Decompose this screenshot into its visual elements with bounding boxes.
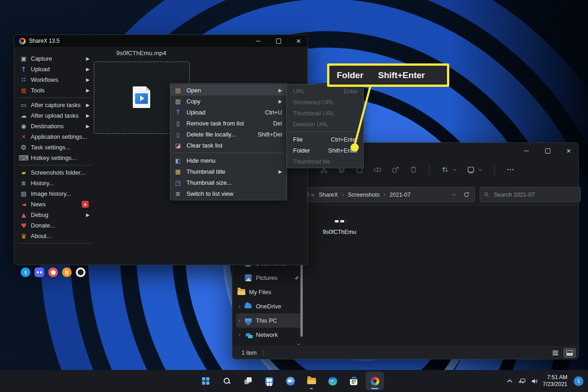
pc-icon	[245, 318, 252, 323]
submenu-item[interactable]: Shortened URL	[287, 97, 363, 108]
chevron-right-icon[interactable]	[237, 333, 242, 337]
taskbar-button[interactable]	[218, 372, 236, 390]
toolbar-button[interactable]	[390, 165, 401, 174]
submenu-item[interactable]: File Ctrl+Enter	[287, 134, 363, 145]
taskbar-button[interactable]	[302, 372, 321, 390]
sidebar-item[interactable]: History...	[18, 178, 92, 188]
sidebar-item[interactable]: Destinations ▶	[18, 121, 92, 131]
sidebar-item[interactable]: Screenshots folder...	[18, 167, 92, 178]
close-button[interactable]: ✕	[294, 36, 304, 45]
context-menu-item[interactable]: Thumbnail title ▶	[170, 166, 287, 177]
chevron-right-icon[interactable]	[237, 304, 242, 309]
address-dropdown-chevron-icon[interactable]	[452, 192, 457, 197]
breadcrumb-overflow-chevrons[interactable]: «	[311, 192, 314, 198]
search-icon	[484, 192, 490, 198]
breadcrumb-chevron-icon: ›	[380, 192, 388, 197]
sidebar-item[interactable]: Image history...	[18, 188, 92, 199]
submenu-item[interactable]: Thumbnail URL	[287, 108, 363, 119]
notification-badge[interactable]: 1	[574, 376, 583, 386]
search-input[interactable]	[493, 191, 577, 199]
sidebar-item[interactable]: Task settings...	[18, 142, 92, 153]
taskbar-button[interactable]	[323, 372, 342, 390]
tray-chevron-up-icon[interactable]	[506, 377, 514, 385]
sidebar-item[interactable]: About...	[18, 231, 92, 241]
nav-scrollbar[interactable]	[300, 258, 303, 337]
nav-item[interactable]: Network	[236, 328, 301, 342]
context-menu-item[interactable]: Copy ▶	[170, 96, 287, 107]
sharex-logo-icon	[19, 38, 26, 45]
address-bar[interactable]: « ShareX › Screenshots › 2021-07	[297, 187, 475, 202]
breadcrumb-segment[interactable]: ShareX	[318, 191, 339, 199]
twitter-icon[interactable]	[21, 267, 30, 277]
sidebar-item[interactable]: Upload ▶	[18, 64, 92, 74]
sidebar-item[interactable]: News +	[18, 199, 92, 210]
sidebar-item[interactable]: Application settings...	[18, 131, 92, 142]
context-menu-item[interactable]: Switch to list view	[170, 188, 287, 199]
submenu-item[interactable]: Deletion URL	[287, 119, 363, 130]
clock[interactable]: 7:51 AM 7/23/2021	[543, 374, 567, 388]
nav-item[interactable]: This PC	[236, 313, 301, 328]
sidebar-item[interactable]: Capture ▶	[18, 53, 92, 64]
sidebar-item[interactable]: After capture tasks ▶	[18, 100, 92, 110]
maximize-button[interactable]	[543, 146, 553, 155]
search-box[interactable]	[480, 187, 581, 202]
breadcrumb-segment[interactable]: Screenshots	[347, 191, 380, 199]
toolbar-button[interactable]	[465, 165, 485, 174]
submenu-item[interactable]: URL Enter	[287, 85, 363, 97]
nav-item[interactable]: Pictures	[236, 271, 301, 285]
volume-icon[interactable]	[531, 377, 538, 385]
sidebar-item[interactable]: Debug ▶	[18, 210, 92, 220]
patreon-icon[interactable]	[48, 267, 58, 277]
sidebar-item[interactable]: Workflows ▶	[18, 74, 92, 85]
close-button[interactable]: ✕	[564, 146, 574, 155]
nav-item[interactable]: My Files	[236, 285, 301, 299]
chevron-right-icon[interactable]	[237, 318, 242, 323]
toolbar-button[interactable]	[439, 165, 459, 174]
network-icon[interactable]	[518, 377, 526, 385]
context-menu-item[interactable]: Remove task from list Del	[170, 118, 287, 129]
github-icon[interactable]	[76, 267, 85, 277]
refresh-icon[interactable]	[463, 191, 470, 198]
submenu-item[interactable]: Folder Shift+Enter	[287, 145, 363, 156]
context-menu-item[interactable]: Upload Ctrl+U	[170, 107, 287, 118]
submenu-arrow-icon: ▶	[278, 169, 282, 174]
taskbar-button[interactable]	[197, 372, 215, 390]
thumbnail-view-toggle[interactable]	[564, 348, 576, 358]
minimize-button[interactable]	[521, 146, 531, 155]
sidebar-item[interactable]: Tools ▶	[18, 85, 92, 96]
toolbar-button[interactable]	[504, 165, 516, 174]
explorer-nav: Documents Pictures	[236, 256, 301, 342]
taskbar-button[interactable]	[239, 372, 257, 390]
discord-icon[interactable]	[34, 267, 44, 277]
donate-icon	[20, 222, 28, 229]
nav-item[interactable]: OneDrive	[236, 299, 301, 313]
taskbar-button[interactable]	[345, 372, 363, 390]
context-menu-item[interactable]: Hide menu	[170, 155, 287, 166]
toolbar-button[interactable]	[407, 165, 419, 174]
sidebar-item[interactable]: Hotkey settings...	[18, 153, 92, 163]
taskbar-button[interactable]	[281, 372, 300, 390]
list-view-toggle[interactable]	[550, 349, 561, 357]
submenu-arrow-icon: ▶	[86, 56, 90, 61]
submenu-arrow-icon: ▶	[86, 67, 90, 72]
minimize-button[interactable]	[253, 36, 263, 45]
context-menu-item[interactable]: Thumbnail size...	[170, 177, 287, 188]
system-tray: 7:51 AM 7/23/2021 1	[506, 374, 583, 388]
sidebar-item[interactable]: After upload tasks ▶	[18, 110, 92, 121]
toolbar-button[interactable]	[372, 165, 384, 174]
tray-date: 7/23/2021	[543, 381, 567, 388]
maximize-button[interactable]	[273, 36, 283, 45]
context-menu-item[interactable]: Open ▶	[170, 85, 287, 96]
context-menu-item[interactable]: Clear task list	[170, 140, 287, 151]
sharex-social-row	[18, 264, 92, 277]
network-pc-icon	[246, 333, 250, 336]
sidebar-item[interactable]: Donate...	[18, 220, 92, 231]
submenu-item[interactable]: Thumbnail file	[287, 156, 363, 167]
upload-icon	[20, 65, 28, 73]
breadcrumb-segment[interactable]: 2021-07	[389, 191, 412, 199]
context-menu-item[interactable]: Delete file locally... Shift+Del	[170, 129, 287, 140]
bitcoin-icon[interactable]	[62, 267, 72, 277]
file-item[interactable]: 9s0fCThEmu	[316, 218, 363, 235]
taskbar-button[interactable]	[260, 372, 278, 390]
taskbar-button[interactable]	[366, 372, 384, 390]
